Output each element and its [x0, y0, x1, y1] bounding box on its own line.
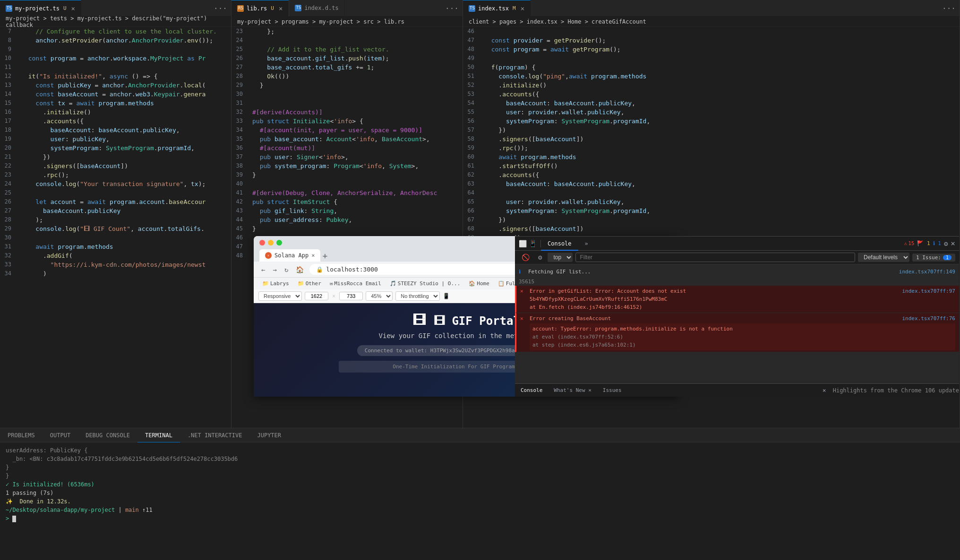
browser-forward-btn[interactable]: → — [271, 265, 278, 274]
browser-home-btn[interactable]: 🏠 — [294, 265, 306, 274]
devtools-bottom-tab-whatsnew[interactable]: What's New × — [548, 384, 597, 397]
panel-tab-dotnet[interactable]: .NET INTERACTIVE — [180, 428, 250, 442]
bookmark-icon: ✉ — [330, 280, 333, 287]
devtools-mobile-icon[interactable]: 📱 — [529, 240, 537, 247]
panel-tab-jupyter[interactable]: JUPYTER — [249, 428, 289, 442]
bookmark-label: STEEZY Studio | O... — [398, 280, 460, 287]
console-link-2[interactable]: index.tsx707ff:97 — [902, 287, 955, 295]
console-link-1[interactable]: index.tsx707ff:149 — [899, 268, 955, 276]
devtools-tab-more[interactable]: » — [578, 237, 595, 251]
devtools-issue-badge[interactable]: 1 Issue: 1 — [912, 254, 955, 262]
bookmark-icon: 🎵 — [390, 280, 396, 287]
code-line: 28 ); — [0, 215, 231, 224]
bookmark-email[interactable]: ✉ MissRocca Email — [327, 280, 384, 288]
panel-tab-terminal[interactable]: TERMINAL — [137, 428, 180, 442]
panel-tab-problems[interactable]: PROBLEMS — [0, 428, 43, 442]
panel-tab-output[interactable]: OUTPUT — [43, 428, 78, 442]
tab-index-tsx[interactable]: TS index.tsx M × — [463, 0, 531, 17]
tab-close-2[interactable]: × — [279, 5, 283, 12]
devtools-settings-icon[interactable]: ⚙ — [944, 240, 948, 247]
tab-lib-rs[interactable]: RS lib.rs U × — [231, 0, 289, 17]
tab-my-project-ts[interactable]: TS my-project.ts U × — [0, 0, 81, 17]
browser-tab-close[interactable]: × — [311, 252, 315, 259]
terminal-line: ✓ Is initialized! (6536ms) — [6, 480, 954, 489]
throttling-select[interactable]: No throttling — [395, 291, 440, 301]
bookmark-label: Labrys — [270, 280, 289, 287]
browser-new-tab-btn[interactable]: + — [322, 251, 327, 261]
code-line: 67 }) — [463, 215, 960, 224]
devtools-level-select[interactable]: Default levels — [858, 253, 909, 262]
console-error-text-1: Error in getGifList: Error: Account does… — [530, 287, 898, 311]
devtools-panel: ⬜ 📱 Console » ⚠ 15 🚩 1 ℹ 1 ⚙ × 🚫 ⚙ top D… — [515, 236, 959, 397]
tab-more-1[interactable]: ··· — [210, 4, 231, 13]
devtools-bottom-tab-console[interactable]: Console — [515, 384, 548, 397]
tab-dirty-indicator: U — [271, 5, 274, 11]
code-line: 7 // Configure the client to use the loc… — [0, 27, 231, 36]
tab-label: lib.rs — [247, 5, 267, 12]
zoom-select[interactable]: 45% — [366, 291, 393, 301]
bookmark-steezy[interactable]: 🎵 STEEZY Studio | O... — [387, 280, 463, 288]
browser-close-btn[interactable] — [259, 240, 265, 246]
code-line: 49 — [463, 54, 960, 63]
tab-index-d-ts[interactable]: TS index.d.ts — [289, 0, 344, 17]
code-line: 40 — [231, 179, 463, 188]
breadcrumb-3: client > pages > index.tsx > Home > crea… — [463, 17, 960, 27]
bookmark-label: Home — [477, 280, 489, 287]
console-line-error-2: ✕ Error creating BaseAccount index.tsx70… — [515, 313, 959, 352]
bookmark-labrys[interactable]: 📁 Labrys — [259, 280, 292, 288]
devtools-close-icon[interactable]: × — [951, 239, 955, 248]
console-line-fetching: ℹ Fetching GIF list... index.tsx707ff:14… — [515, 266, 959, 278]
devtools-inspect-icon[interactable]: ⬜ — [519, 240, 527, 247]
breadcrumb-2: my-project > programs > my-project > src… — [231, 17, 463, 27]
devtools-bottom-tab-issues[interactable]: Issues — [597, 384, 627, 397]
code-line: 34 #[account(init, payer = user, space =… — [231, 126, 463, 135]
browser-minimize-btn[interactable] — [268, 240, 274, 246]
devtools-filter-icon[interactable]: ⚙ — [535, 253, 545, 262]
error-type-text: account: TypeError: program.methods.init… — [532, 326, 733, 332]
tab-bar-3: TS index.tsx M × ··· — [463, 0, 960, 17]
panel-tab-debug-console[interactable]: DEBUG CONSOLE — [78, 428, 137, 442]
info-icon: ℹ — [519, 268, 525, 276]
code-line: 16 .initialize() — [0, 108, 231, 117]
code-line: 56 systemProgram: SystemProgram.programI… — [463, 117, 960, 126]
code-line: 23 .rpc(); — [0, 170, 231, 179]
code-line: 12 it("Is initialized!", async () => { — [0, 72, 231, 81]
browser-active-tab[interactable]: ⚡ Solana App × — [259, 249, 320, 262]
devtools-filter-input[interactable] — [575, 253, 855, 262]
width-input[interactable] — [305, 292, 328, 300]
devtools-tab-console[interactable]: Console — [541, 237, 578, 251]
code-line: 24 console.log("Your transaction signatu… — [0, 179, 231, 188]
ts-icon: TS — [6, 5, 12, 12]
code-line: 60 await program.methods — [463, 153, 960, 161]
code-line: 42pub struct ItemStruct { — [231, 197, 463, 206]
dimensions-select[interactable]: Responsive — [258, 291, 302, 301]
devtools-clear-btn[interactable]: 🚫 — [519, 253, 532, 262]
browser-maximize-btn[interactable] — [276, 240, 282, 246]
code-line: 30 — [0, 233, 231, 242]
terminal-line: } — [6, 463, 954, 472]
bookmark-icon: 🏠 — [469, 280, 475, 287]
devtools-right-actions: ⚠ 15 🚩 1 ℹ 1 ⚙ × — [900, 239, 959, 248]
bookmark-other[interactable]: 📁 Other — [295, 280, 324, 288]
code-line: 48 const program = await getProgram(); — [463, 45, 960, 54]
code-line: 38 pub system_program: Program<'info, Sy… — [231, 161, 463, 170]
bookmark-home[interactable]: 🏠 Home — [466, 280, 492, 288]
devtools-bottom-close[interactable]: × — [818, 387, 831, 394]
tab-more-3[interactable]: ··· — [938, 4, 960, 13]
tab-close-1[interactable]: × — [71, 5, 75, 12]
error-icon-1: ✕ — [520, 287, 527, 295]
console-link-3[interactable]: index.tsx707ff:76 — [902, 314, 955, 322]
code-line: 43 pub gif_link: String, — [231, 206, 463, 215]
browser-refresh-btn[interactable]: ↻ — [283, 265, 290, 274]
bottom-panel: PROBLEMS OUTPUT DEBUG CONSOLE TERMINAL .… — [0, 428, 960, 560]
tab-close-3[interactable]: × — [521, 5, 524, 12]
breadcrumb-text-3: client > pages > index.tsx > Home > crea… — [469, 18, 646, 25]
tab-dirty-indicator: U — [63, 5, 67, 11]
height-input[interactable] — [339, 292, 363, 300]
browser-back-btn[interactable]: ← — [259, 265, 267, 274]
devtools-top-select[interactable]: top — [548, 253, 573, 262]
code-line: 50 f(program) { — [463, 63, 960, 72]
terminal-line: > — [6, 514, 954, 523]
tab-more-2[interactable]: ··· — [441, 4, 463, 13]
code-line: 54 baseAccount: baseAccount.publicKey, — [463, 99, 960, 108]
